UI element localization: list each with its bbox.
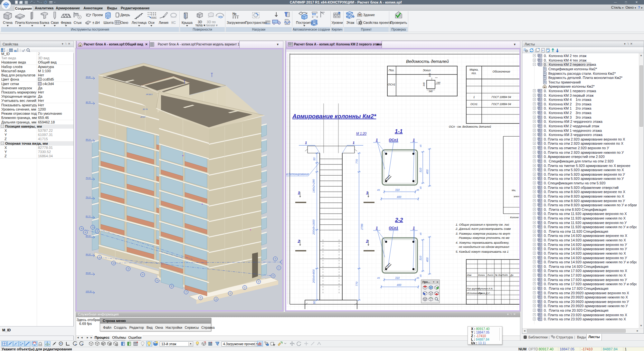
svg-text:М 1:20: М 1:20 bbox=[356, 132, 366, 135]
svg-text:100: 100 bbox=[428, 73, 431, 77]
svg-text:Ма,: Ма, bbox=[512, 189, 516, 192]
svg-text:УР.36.5: УР.36.5 bbox=[146, 93, 153, 95]
svg-text:£: £ bbox=[338, 12, 340, 15]
svg-text:310: 310 bbox=[395, 276, 400, 279]
svg-text:Марка,: Марка, bbox=[469, 68, 478, 71]
svg-text:ОСп1: ОСп1 bbox=[389, 226, 398, 230]
svg-text:3. Размеры хомутов указаны по: 3. Размеры хомутов указаны по внут bbox=[456, 232, 510, 235]
svg-text:1: 1 bbox=[353, 141, 355, 145]
svg-text:140х2=280: 140х2=280 bbox=[312, 179, 315, 193]
svg-text:Поз.: Поз. bbox=[389, 69, 394, 72]
svg-text:x: x bbox=[218, 342, 219, 344]
svg-text:2-2: 2-2 bbox=[395, 217, 403, 223]
svg-text:1: 1 bbox=[376, 226, 378, 230]
svg-text:x: x bbox=[75, 343, 76, 346]
svg-text:30.74: 30.74 bbox=[143, 108, 148, 110]
svg-text:2: 2 bbox=[297, 239, 300, 244]
svg-text:400: 400 bbox=[426, 258, 429, 262]
svg-text:#: # bbox=[542, 49, 544, 52]
svg-text:45: 45 bbox=[416, 189, 419, 191]
svg-text:Колич: Колич bbox=[478, 274, 485, 277]
svg-text:99.68: 99.68 bbox=[86, 272, 91, 274]
svg-text:Армирование колонны Км2*: Армирование колонны Км2* bbox=[292, 113, 376, 120]
svg-text:в бетонирования: в бетонирования bbox=[286, 172, 309, 176]
svg-text:✕: ✕ bbox=[436, 281, 439, 284]
svg-text:Колонн: Колонн bbox=[510, 216, 519, 219]
svg-text:400: 400 bbox=[397, 283, 401, 287]
svg-text:Размеры хомутов уточнять по ме: Размеры хомутов уточнять по ме bbox=[459, 236, 509, 239]
svg-text:Эскиз: Эскиз bbox=[423, 69, 431, 72]
svg-text:1: 1 bbox=[376, 138, 378, 142]
svg-text:Ди: Ди bbox=[510, 274, 514, 277]
svg-text:Изм: Изм bbox=[467, 274, 471, 277]
svg-text:200х4=800: 200х4=800 bbox=[312, 269, 315, 283]
svg-text:82.72: 82.72 bbox=[86, 215, 91, 217]
svg-text:45: 45 bbox=[377, 189, 380, 191]
svg-text:45: 45 bbox=[377, 277, 380, 279]
svg-text:200х8=1600: 200х8=1600 bbox=[312, 219, 315, 235]
svg-text:4. Хомуты перевязывать вразбеж: 4. Хомуты перевязывать вразбежку, bbox=[456, 241, 509, 244]
svg-text:поз.: поз. bbox=[471, 72, 477, 75]
svg-text:340: 340 bbox=[429, 90, 433, 93]
svg-text:Лист: Лист bbox=[487, 274, 493, 277]
svg-text:2: 2 bbox=[113, 262, 114, 264]
svg-text:88.43: 88.43 bbox=[86, 235, 91, 237]
svg-text:Рук группы: Рук группы bbox=[467, 287, 480, 290]
svg-text:1: 1 bbox=[99, 256, 100, 258]
svg-text:элет: элет bbox=[514, 195, 519, 198]
svg-text:50: 50 bbox=[313, 301, 316, 304]
svg-text:45: 45 bbox=[419, 186, 422, 189]
svg-text:▾: ▾ bbox=[433, 281, 434, 283]
svg-text:1-1: 1-1 bbox=[395, 128, 403, 134]
svg-text:400: 400 bbox=[397, 195, 401, 199]
svg-text:Ведомость деталей: Ведомость деталей bbox=[406, 59, 449, 64]
svg-text:ОСп1: ОСп1 bbox=[389, 138, 398, 142]
svg-text:1. Общие указания к проекту см: 1. Общие указания к проекту см. лис bbox=[456, 223, 509, 226]
svg-text:45: 45 bbox=[419, 232, 422, 235]
svg-text:340: 340 bbox=[422, 82, 425, 86]
svg-text:190: 190 bbox=[436, 81, 440, 84]
svg-text:2: 2 bbox=[244, 287, 245, 288]
svg-text:46.78: 46.78 bbox=[86, 101, 91, 103]
svg-text:Подп.: Подп. bbox=[502, 274, 508, 277]
svg-text:76.13: 76.13 bbox=[86, 196, 91, 198]
svg-text:2. Данный лист рассматривать с: 2. Данный лист рассматривать совм bbox=[455, 227, 511, 230]
svg-text:1: 1 bbox=[473, 95, 475, 99]
svg-text:Обозначение: Обозначение bbox=[492, 70, 510, 73]
svg-text:770: 770 bbox=[355, 159, 358, 164]
svg-text:310: 310 bbox=[419, 256, 422, 260]
svg-text:1: 1 bbox=[305, 141, 307, 145]
svg-text:50: 50 bbox=[313, 157, 316, 161]
svg-text:770: 770 bbox=[355, 282, 358, 286]
svg-text:58.14: 58.14 bbox=[86, 139, 91, 141]
svg-text:45: 45 bbox=[419, 274, 422, 277]
svg-text:1: 1 bbox=[298, 190, 300, 195]
svg-text:45: 45 bbox=[419, 144, 422, 147]
svg-text:28.64: 28.64 bbox=[140, 116, 146, 118]
svg-text:Про...: Про... bbox=[422, 280, 430, 284]
svg-text:№: № bbox=[232, 12, 236, 15]
svg-text:Y: Y bbox=[81, 343, 83, 346]
svg-text:не находиться на одном вертика: не находиться на одном вертикал bbox=[459, 245, 509, 249]
svg-text:1: 1 bbox=[366, 190, 368, 195]
svg-text:105.35: 105.35 bbox=[86, 290, 92, 292]
svg-text:1: 1 bbox=[230, 292, 231, 294]
svg-text:94.10: 94.10 bbox=[86, 253, 91, 255]
svg-text:2: 2 bbox=[365, 239, 368, 244]
svg-text:400: 400 bbox=[426, 170, 429, 174]
svg-text:39.00: 39.00 bbox=[86, 76, 91, 78]
svg-text:Луков Д.С.: Луков Д.С. bbox=[478, 292, 490, 295]
svg-text:Пупинин И.А.: Пупинин И.А. bbox=[478, 287, 493, 290]
svg-text:45: 45 bbox=[416, 277, 419, 279]
svg-text:1: 1 bbox=[413, 226, 415, 230]
svg-text:1: 1 bbox=[278, 267, 279, 269]
svg-text:№ док.: № док. bbox=[495, 274, 503, 277]
svg-text:ОСп1: ОСп1 bbox=[470, 102, 478, 106]
svg-text:1: 1 bbox=[413, 138, 415, 142]
svg-text:ГОСТ 10884-94: ГОСТ 10884-94 bbox=[492, 102, 511, 106]
svg-text:5. Каждый хомут поворачивать н: 5. Каждый хомут поворачивать на 1 bbox=[456, 250, 508, 253]
svg-text:70.43: 70.43 bbox=[86, 177, 91, 179]
svg-text:310: 310 bbox=[395, 188, 400, 191]
svg-text:2786: 2786 bbox=[360, 224, 364, 230]
svg-text:ОСп - см. Ведомость деталей: ОСп - см. Ведомость деталей bbox=[449, 125, 491, 128]
